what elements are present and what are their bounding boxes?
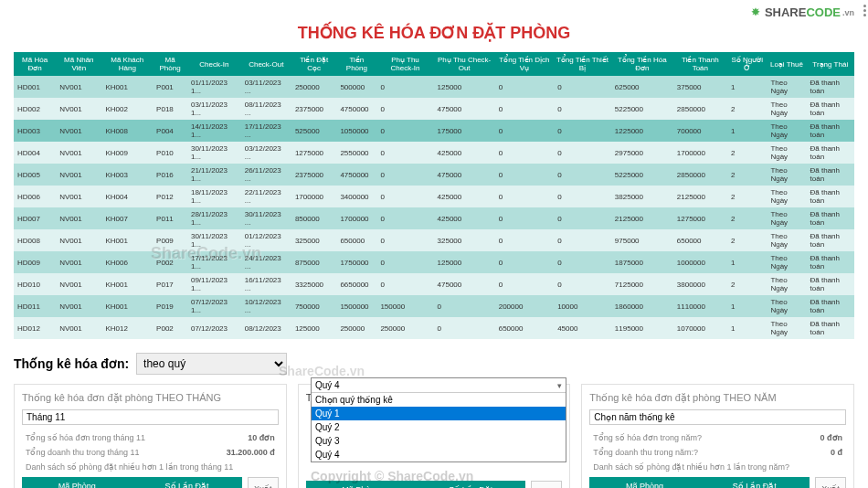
export-year-button[interactable]: Xuất File bbox=[815, 477, 846, 488]
col-header: Loại Thuê bbox=[767, 52, 806, 76]
table-row[interactable]: HD011NV001KH001P01907/12/2023 1...10/12/… bbox=[14, 295, 854, 317]
panel-year-title: Thống kê hóa đơn đặt phòng THEO NĂM bbox=[589, 392, 846, 409]
dropdown-option[interactable]: Quý 4 bbox=[312, 448, 566, 461]
col-header: Mã Khách Hàng bbox=[101, 52, 153, 76]
col-header: Tổng Tiền Thiết Bị bbox=[554, 52, 611, 76]
col-header: Mã Phòng bbox=[153, 52, 187, 76]
col-header: Check-In bbox=[187, 52, 241, 76]
panel-month-title: Thống kê hóa đơn đặt phòng THEO THÁNG bbox=[22, 392, 279, 409]
table-row[interactable]: HD004NV001KH009P01030/11/2023 1...03/12/… bbox=[14, 142, 854, 164]
table-row[interactable]: HD009NV001KH006P00217/11/2023 1...24/11/… bbox=[14, 251, 854, 273]
export-month-button[interactable]: Xuất File bbox=[248, 477, 279, 488]
col-header: Tiền Phòng bbox=[336, 52, 376, 76]
watermark: ShareCode.vn bbox=[151, 244, 261, 263]
dropdown-option[interactable]: Quý 1 bbox=[312, 407, 566, 420]
panel-year: Thống kê hóa đơn đặt phòng THEO NĂM Chọn… bbox=[581, 384, 854, 488]
watermark: ShareCode.vn bbox=[279, 364, 365, 378]
table-row[interactable]: HD008NV001KH001P00930/11/2023 1...01/12/… bbox=[14, 229, 854, 251]
col-header: Phụ Thu Check-Out bbox=[434, 52, 495, 76]
dropdown-option[interactable]: Chọn quý thống kê bbox=[312, 393, 566, 407]
quarter-dropdown-open[interactable]: Quý 4 Chọn quý thống kêQuý 1Quý 2Quý 3Qu… bbox=[311, 377, 566, 462]
table-row[interactable]: HD010NV001KH001P01709/11/2023 1...16/11/… bbox=[14, 273, 854, 295]
table-row[interactable]: HD002NV001KH002P01803/11/2023 1...08/11/… bbox=[14, 98, 854, 120]
dropdown-option[interactable]: Quý 2 bbox=[312, 420, 566, 434]
col-header: Tổng Tiền Dịch Vụ bbox=[495, 52, 554, 76]
page-title: THỐNG KÊ HÓA ĐƠN ĐẶT PHÒNG bbox=[0, 0, 868, 52]
year-mini-table: Mã PhòngSố Lần Đặt bbox=[589, 477, 810, 488]
col-header: Phụ Thu Check-In bbox=[376, 52, 433, 76]
year-select[interactable]: Chọn năm thống kê bbox=[589, 409, 846, 425]
filter-select[interactable]: theo quý bbox=[136, 353, 287, 375]
month-select[interactable]: Tháng 11 bbox=[22, 409, 279, 425]
col-header: Tiền Thanh Toán bbox=[673, 52, 727, 76]
sharecode-logo: SHARECODE.vn bbox=[749, 5, 854, 19]
table-row[interactable]: HD007NV001KH007P01128/11/2023 1...30/11/… bbox=[14, 207, 854, 229]
table-row[interactable]: HD006NV001KH004P01218/11/2023 1...22/11/… bbox=[14, 186, 854, 207]
watermark: Copyright © ShareCode.vn bbox=[311, 469, 473, 483]
col-header: Check-Out bbox=[241, 52, 291, 76]
col-header: Số Người Ở bbox=[727, 52, 767, 76]
dropdown-option[interactable]: Quý 3 bbox=[312, 434, 566, 448]
panel-month: Thống kê hóa đơn đặt phòng THEO THÁNG Th… bbox=[14, 384, 287, 488]
filter-label: Thống kê hóa đơn: bbox=[14, 356, 129, 371]
menu-dots-icon[interactable] bbox=[863, 5, 866, 16]
table-row[interactable]: HD001NV001KH001P00101/11/2023 1...03/11/… bbox=[14, 76, 854, 98]
col-header: Mã Hóa Đơn bbox=[14, 52, 56, 76]
col-header: Trạng Thái bbox=[807, 52, 854, 76]
month-mini-table: Mã PhòngSố Lần Đặt bbox=[22, 477, 242, 488]
quarter-dropdown-value[interactable]: Quý 4 bbox=[312, 378, 566, 393]
table-row[interactable]: HD012NV001KH012P00207/12/202308/12/20231… bbox=[14, 317, 854, 339]
export-quarter-button[interactable]: Xuất File bbox=[531, 481, 562, 488]
col-header: Tổng Tiền Hóa Đơn bbox=[611, 52, 673, 76]
col-header: Tiền Đặt Cọc bbox=[291, 52, 337, 76]
table-row[interactable]: HD005NV001KH003P01621/11/2023 1...26/11/… bbox=[14, 164, 854, 186]
table-row[interactable]: HD003NV001KH008P00414/11/2023 1...17/11/… bbox=[14, 120, 854, 142]
col-header: Mã Nhân Viên bbox=[56, 52, 101, 76]
invoice-table[interactable]: Mã Hóa ĐơnMã Nhân ViênMã Khách HàngMã Ph… bbox=[14, 52, 854, 339]
